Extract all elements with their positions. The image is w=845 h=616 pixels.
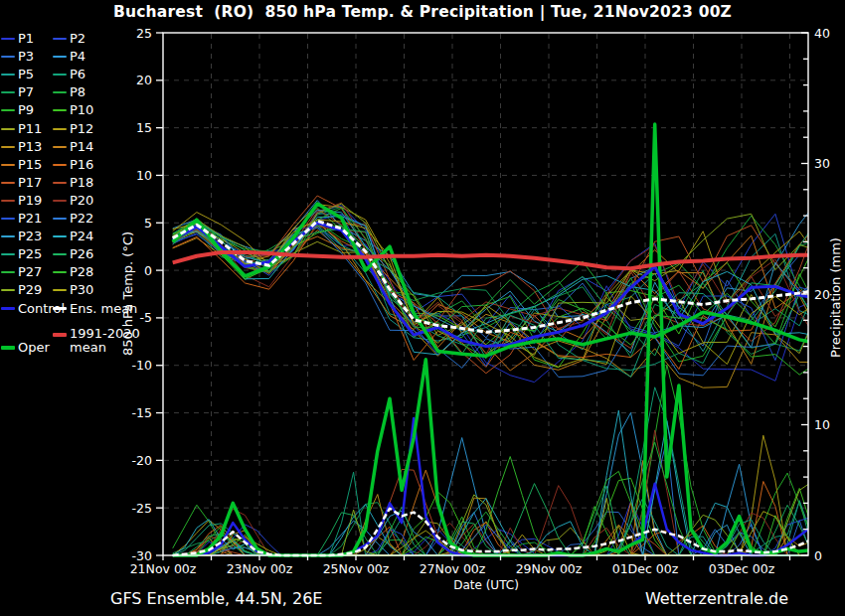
series-lines	[173, 124, 824, 555]
legend-item-p1-swatch	[1, 38, 15, 40]
legend-item-p5-swatch	[1, 74, 15, 76]
legend-item-p25: P25	[1, 247, 42, 261]
legend-item-p15-label: P15	[18, 158, 42, 172]
ensemble-member-lines	[173, 194, 824, 555]
legend-item-p1-label: P1	[18, 32, 34, 46]
legend-item-p29: P29	[1, 283, 42, 297]
legend-item-p21-label: P21	[18, 212, 42, 226]
legend-item-p17-swatch	[1, 182, 15, 184]
legend-item-p26-swatch	[53, 253, 67, 255]
legend-item-p3-swatch	[1, 56, 15, 58]
legend-item-p27-swatch	[1, 271, 15, 273]
legend-item-p24-swatch	[53, 235, 67, 237]
legend-item-p10-swatch	[53, 109, 67, 111]
legend-item-p21: P21	[1, 212, 42, 226]
legend-item-p20: P20	[53, 194, 93, 208]
legend-item-oper-label: Oper	[18, 341, 50, 355]
svg-text:-20: -20	[132, 453, 152, 468]
x-axis-label: Date (UTC)	[425, 578, 547, 592]
legend-item-oper: Oper	[1, 341, 50, 355]
x-tick-label: 03Dec 00z	[709, 561, 775, 576]
x-tick-label: 25Nov 00z	[323, 561, 390, 576]
legend-item-p4: P4	[53, 50, 85, 64]
legend-item-p16-label: P16	[70, 158, 93, 172]
legend-item-p19: P19	[1, 194, 42, 208]
legend-item-p2-swatch	[53, 38, 67, 40]
legend-item-p24: P24	[53, 230, 93, 243]
legend-item-climate-mean-swatch	[53, 333, 67, 337]
legend-item-p11-swatch	[1, 128, 15, 130]
model-info: GFS Ensemble, 44.5N, 26E	[110, 589, 322, 608]
legend-item-p12: P12	[53, 122, 93, 136]
legend-item-p1: P1	[1, 32, 34, 46]
legend-item-p9-label: P9	[18, 103, 34, 117]
svg-text:40: 40	[814, 26, 830, 41]
legend-item-p28-swatch	[53, 271, 67, 273]
legend-item-p26: P26	[53, 247, 93, 261]
legend-item-p25-label: P25	[18, 247, 42, 261]
legend-item-p7-label: P7	[18, 85, 34, 99]
legend-item-p17: P17	[1, 176, 42, 190]
legend-item-p3: P3	[1, 50, 34, 64]
legend-item-p23-label: P23	[18, 230, 42, 243]
legend-item-p2-label: P2	[70, 32, 85, 46]
legend-item-p26-label: P26	[70, 247, 93, 261]
legend-item-p14: P14	[53, 140, 93, 154]
y-axis-label-left: 850 hPa Temp. (°C)	[120, 215, 135, 374]
svg-text:-15: -15	[132, 405, 152, 420]
legend-item-p8-swatch	[53, 91, 67, 93]
x-tick-label: 01Dec 00z	[612, 561, 679, 576]
legend-item-p17-label: P17	[18, 176, 42, 190]
meteogram: Bucharest (RO) 850 hPa Temp. & Precipita…	[0, 0, 845, 616]
legend-item-p18-label: P18	[70, 176, 93, 190]
legend-item-p8: P8	[53, 85, 85, 99]
legend-item-p28: P28	[53, 265, 93, 279]
legend-item-p15: P15	[1, 158, 42, 172]
x-tick-label: 23Nov 00z	[227, 561, 293, 576]
legend-item-p16-swatch	[53, 164, 67, 166]
legend-item-p27-label: P27	[18, 265, 42, 279]
legend-item-p16: P16	[53, 158, 93, 172]
legend-item-p13-swatch	[1, 146, 15, 148]
legend-item-p14-label: P14	[70, 140, 93, 154]
legend-item-p15-swatch	[1, 164, 15, 166]
legend-item-p6-label: P6	[70, 68, 85, 81]
x-tick-label: 27Nov 00z	[420, 561, 486, 576]
legend-item-p21-swatch	[1, 218, 15, 220]
legend-item-p11-label: P11	[18, 122, 42, 136]
legend-item-p22-label: P22	[70, 212, 93, 226]
legend-item-p11: P11	[1, 122, 42, 136]
svg-text:10: 10	[814, 417, 830, 432]
x-tick-label: 21Nov 00z	[130, 561, 197, 576]
legend-item-p18-swatch	[53, 182, 67, 184]
legend-item-p10: P10	[53, 103, 93, 117]
legend-item-control-swatch	[1, 307, 15, 310]
svg-text:30: 30	[814, 156, 830, 171]
legend-item-p19-swatch	[1, 200, 15, 202]
brand-watermark: Wetterzentrale.de	[645, 589, 788, 608]
legend-item-p29-label: P29	[18, 283, 42, 297]
legend-item-p5: P5	[1, 68, 34, 81]
legend-item-p12-label: P12	[70, 122, 93, 136]
legend-item-p30: P30	[53, 283, 93, 297]
legend-item-p20-swatch	[53, 200, 67, 202]
legend-item-p5-label: P5	[18, 68, 34, 81]
legend-item-p4-swatch	[53, 56, 67, 58]
legend-item-p30-swatch	[53, 289, 67, 291]
legend-item-p24-label: P24	[70, 230, 93, 243]
ens-mean-precip-line	[173, 509, 824, 555]
legend-item-p23-swatch	[1, 235, 15, 237]
legend-item-p9: P9	[1, 103, 34, 117]
legend-item-p13-label: P13	[18, 140, 42, 154]
legend-item-p28-label: P28	[70, 265, 93, 279]
legend-item-p7: P7	[1, 85, 34, 99]
legend-item-p19-label: P19	[18, 194, 42, 208]
legend-item-p4-label: P4	[70, 50, 85, 64]
legend-item-p29-swatch	[1, 289, 15, 291]
legend-item-p6-swatch	[53, 74, 67, 76]
legend-item-p13: P13	[1, 140, 42, 154]
legend-item-p12-swatch	[53, 128, 67, 130]
legend-item-p7-swatch	[1, 91, 15, 93]
legend-item-p10-label: P10	[70, 103, 93, 117]
legend-item-p23: P23	[1, 230, 42, 243]
